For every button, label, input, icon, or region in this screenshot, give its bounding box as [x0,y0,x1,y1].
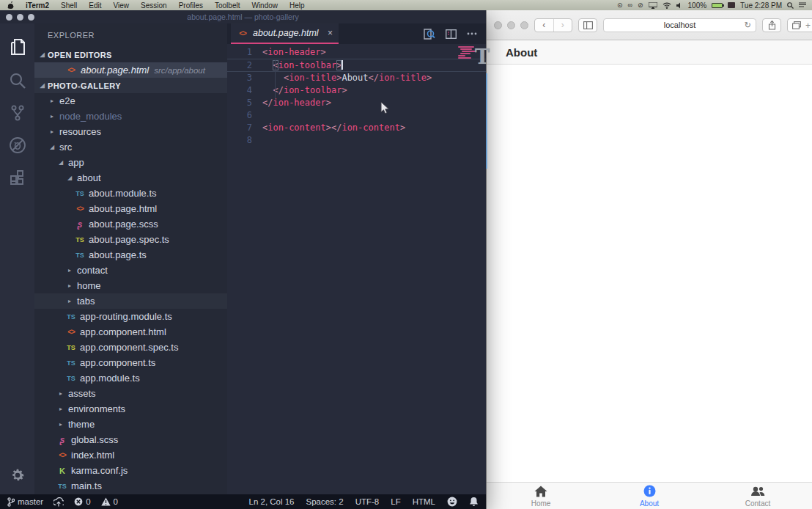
git-branch-indicator[interactable]: master [7,497,43,507]
close-window-button[interactable] [494,21,502,29]
code-line-4[interactable]: 4 </ion-toolbar> [227,84,486,97]
extensions-icon[interactable] [0,161,34,194]
glasses-icon[interactable]: ∞ [628,1,632,9]
forward-button[interactable]: › [553,19,572,32]
tree-item-theme[interactable]: ▸theme [34,417,227,432]
code-line-2[interactable]: 2 <ion-toolbar> [227,59,486,72]
back-button[interactable]: ‹ [535,19,553,32]
tree-item-assets[interactable]: ▸assets [34,386,227,401]
chevron-collapsed-icon: ▸ [56,421,65,428]
tree-item-contact[interactable]: ▸contact [34,263,227,278]
tree-item-app-component-ts[interactable]: TSapp.component.ts [34,355,227,370]
search-icon[interactable] [0,65,34,97]
tree-item-about[interactable]: ◢about [34,170,227,186]
menu-toolbelt[interactable]: Toolbelt [209,1,246,10]
sidebar-toggle-button[interactable] [578,18,597,32]
split-editor-icon[interactable] [446,29,457,39]
tree-item-about-page-spec-ts[interactable]: TSabout.page.spec.ts [34,232,227,247]
safari-traffic-lights[interactable] [492,21,528,29]
line-number: 1 [227,46,262,59]
tree-item-app-component-html[interactable]: <>app.component.html [34,324,227,340]
status-item[interactable]: HTML [413,497,435,506]
tree-item-e2e[interactable]: ▸e2e [34,93,227,109]
settings-gear-icon[interactable] [0,462,34,488]
address-bar[interactable]: localhost ↻ [603,18,756,32]
tree-item-app[interactable]: ◢app [34,155,227,170]
tree-item-home[interactable]: ▸home [34,278,227,293]
code-line-1[interactable]: 1<ion-header> [227,46,486,59]
menu-app-name[interactable]: iTerm2 [20,1,55,10]
apple-menu-icon[interactable] [7,1,14,10]
code-line-7[interactable]: 7<ion-content></ion-content> [227,122,486,134]
code-line-8[interactable]: 8 [227,134,486,147]
open-editor-item[interactable]: <> about.page.html src/app/about [34,62,227,78]
tab-about[interactable]: About [595,483,704,509]
menu-help[interactable]: Help [284,1,311,10]
tree-item-app-component-spec-ts[interactable]: TSapp.component.spec.ts [34,340,227,355]
tab-about-page-html[interactable]: <> about.page.html × [231,23,339,44]
tree-item-about-page-ts[interactable]: TSabout.page.ts [34,247,227,263]
tree-item-about-page-html[interactable]: <>about.page.html [34,201,227,216]
menu-profiles[interactable]: Profiles [173,1,209,10]
tree-item-app-routing-module-ts[interactable]: TSapp-routing.module.ts [34,309,227,324]
notification-center-icon[interactable] [799,2,806,8]
reload-icon[interactable]: ↻ [745,21,751,30]
tree-item-index-html[interactable]: <>index.html [34,447,227,463]
open-find-icon[interactable] [424,29,435,40]
explorer-icon[interactable] [0,32,34,65]
screen-record-icon[interactable]: ⊙ [617,1,623,9]
menu-clock[interactable]: Tue 2:28 PM [740,1,782,10]
tree-item-global-scss[interactable]: ʂglobal.scss [34,432,227,447]
tree-item-tabs[interactable]: ▸tabs [34,293,227,309]
tree-item-node-modules[interactable]: ▸node_modules [34,109,227,124]
code-line-3[interactable]: 3 <ion-title>About</ion-title> [227,72,486,84]
menu-shell[interactable]: Shell [55,1,83,10]
minimize-window-button[interactable] [507,21,515,29]
status-item[interactable]: LF [391,497,400,506]
menu-session[interactable]: Session [135,1,173,10]
tree-item-karma-conf-js[interactable]: Kkarma.conf.js [34,463,227,478]
debug-icon[interactable] [0,129,34,161]
tree-item-about-page-scss[interactable]: ʂabout.page.scss [34,216,227,232]
share-button[interactable] [762,18,781,32]
menu-window[interactable]: Window [246,1,284,10]
input-source-icon[interactable] [728,2,735,8]
publish-changes-button[interactable] [53,497,64,507]
tree-item-label: about.page.ts [89,249,147,260]
menu-edit[interactable]: Edit [83,1,107,10]
safari-toolbar[interactable]: ‹ › localhost ↻ + [487,10,812,40]
code-line-5[interactable]: 5</ion-header> [227,97,486,109]
feedback-smiley-icon[interactable] [447,497,457,507]
code-editor[interactable]: 1<ion-header>2 <ion-toolbar>3 <ion-title… [227,44,486,494]
volume-icon[interactable] [676,2,683,9]
more-actions-icon[interactable] [467,32,477,35]
warning-count[interactable]: 0 [101,497,118,506]
new-tab-button[interactable]: + [803,18,812,32]
tree-item-src[interactable]: ◢src [34,139,227,155]
tree-item-environments[interactable]: ▸environments [34,401,227,417]
tab-home[interactable]: Home [487,483,595,509]
source-control-icon[interactable] [0,97,34,129]
error-count[interactable]: 0 [74,497,90,506]
wifi-icon[interactable] [662,2,671,9]
spotlight-icon[interactable] [787,2,794,9]
airplay-icon[interactable] [649,2,657,9]
open-editors-header[interactable]: ◢ OPEN EDITORS [34,47,227,62]
menu-view[interactable]: View [108,1,136,10]
project-section-header[interactable]: ◢ PHOTO-GALLERY [34,78,227,93]
code-line-6[interactable]: 6 [227,109,486,122]
tree-item-about-module-ts[interactable]: TSabout.module.ts [34,186,227,201]
status-item[interactable]: UTF-8 [355,497,380,506]
do-not-disturb-icon[interactable]: ⊘ [638,1,643,9]
address-url[interactable]: localhost [664,21,695,29]
close-tab-icon[interactable]: × [328,28,333,38]
tab-contact[interactable]: Contact [704,483,812,509]
tree-item-resources[interactable]: ▸resources [34,124,227,139]
status-item[interactable]: Spaces: 2 [306,497,344,506]
tree-item-main-ts[interactable]: TSmain.ts [34,478,227,494]
tree-item-app-module-ts[interactable]: TSapp.module.ts [34,370,227,386]
zoom-window-button[interactable] [520,21,528,29]
notifications-bell-icon[interactable] [469,497,479,507]
status-item[interactable]: Ln 2, Col 16 [249,497,295,506]
vscode-title-bar[interactable]: about.page.html — photo-gallery [0,10,486,23]
